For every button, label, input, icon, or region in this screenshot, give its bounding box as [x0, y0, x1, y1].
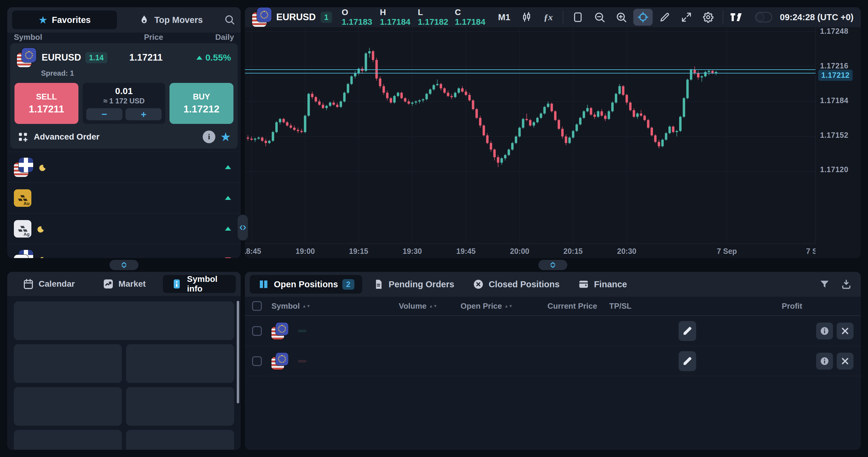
watchlist-panel: ★ Favorites Top Movers Symbol Price Dail… — [7, 7, 241, 258]
tab-top-movers[interactable]: Top Movers — [119, 10, 221, 29]
volume-decrease-button[interactable]: − — [86, 108, 122, 120]
fx-icon[interactable]: ƒx — [539, 9, 558, 26]
info-card — [14, 387, 122, 426]
sort-icon[interactable]: ▲▼ — [302, 305, 311, 307]
info-card — [126, 344, 234, 383]
col-price: Price — [109, 33, 163, 42]
search-icon[interactable] — [224, 14, 236, 26]
theme-toggle[interactable] — [755, 12, 772, 22]
time-tick: 19:30 — [403, 247, 422, 256]
panel-resize-handle-horizontal[interactable] — [238, 215, 248, 240]
tab-calendar[interactable]: Calendar — [12, 275, 85, 293]
advanced-order-label[interactable]: Advanced Order — [34, 132, 198, 142]
chart-symbol[interactable]: EURUSD — [276, 12, 316, 23]
frame-icon[interactable] — [568, 9, 588, 26]
watchlist-expanded-symbol[interactable]: EURUSD 1.14 1.17211 0.55% Spread: 1 SELL… — [10, 43, 238, 149]
zoom-out-icon[interactable] — [590, 9, 609, 26]
volume-value[interactable]: 0.01 — [115, 86, 133, 96]
watchlist-row-GBPJPY[interactable] — [7, 244, 241, 258]
symbol-daily-change: 0.55% — [162, 53, 231, 63]
select-all-checkbox[interactable] — [252, 301, 262, 311]
close-position-button[interactable] — [837, 323, 854, 339]
arrow-up-icon — [196, 56, 203, 60]
chart-resize-handle[interactable] — [538, 260, 567, 270]
moon-icon — [39, 256, 46, 258]
info-icon[interactable]: i — [203, 131, 215, 143]
edit-tpsl-button[interactable] — [679, 351, 696, 371]
price-tick: 1.17120 — [820, 165, 848, 174]
ohlc-L: L 1.17182 — [418, 7, 451, 27]
filter-icon[interactable] — [815, 276, 834, 293]
positions-table-header: Symbol▲▼ Volume▲▼ Open Price▲▼ Current P… — [245, 297, 861, 316]
symbol-badge: 1.14 — [85, 52, 107, 63]
buy-button[interactable]: BUY 1.17212 — [169, 83, 234, 124]
symbol-info-cards — [7, 296, 241, 450]
position-row-sell[interactable] — [245, 346, 861, 376]
tab-symbol-info[interactable]: Symbol info — [163, 275, 236, 293]
tab-finance[interactable]: Finance — [570, 275, 635, 294]
row-subtext — [37, 226, 47, 233]
time-tick: 7 Sep — [806, 247, 815, 256]
fullscreen-icon[interactable] — [677, 9, 696, 26]
row-daily-change — [163, 165, 234, 169]
finance-icon — [578, 278, 590, 290]
arrow-up-icon — [225, 165, 231, 169]
watchlist-row-GBPUSD[interactable] — [7, 152, 241, 183]
watchlist-row-XAUUSD[interactable]: Au — [7, 183, 241, 213]
download-icon[interactable] — [837, 276, 856, 293]
price-axis[interactable]: 1.172481.172161.171841.171521.171201.172… — [815, 27, 861, 243]
tradingview-icon[interactable] — [728, 9, 747, 26]
candlestick-plot[interactable] — [245, 27, 815, 243]
market-icon — [102, 278, 114, 290]
info-card — [126, 387, 234, 426]
info-card — [126, 430, 234, 450]
sell-button[interactable]: SELL 1.17211 — [14, 83, 79, 124]
time-tick: 19:45 — [456, 247, 476, 256]
trade-controls: SELL 1.17211 0.01 ≈ 1 172 USD − + BUY 1.… — [14, 83, 234, 124]
close-position-button[interactable] — [837, 353, 854, 369]
arrow-down-icon — [225, 257, 231, 258]
time-tick: 19:00 — [296, 247, 315, 256]
position-info-button[interactable] — [816, 323, 833, 339]
zoom-in-icon[interactable] — [612, 9, 631, 26]
crosshair-icon[interactable] — [633, 9, 653, 26]
candles-icon[interactable] — [517, 9, 536, 26]
tab-open-positions[interactable]: Open Positions 2 — [250, 275, 362, 294]
time-axis[interactable]: 18:4519:0019:1519:3019:4520:0020:1520:30… — [245, 243, 815, 258]
sort-icon[interactable]: ▲▼ — [504, 305, 513, 307]
col-symbol: Symbol — [14, 33, 109, 42]
tab-favorites[interactable]: ★ Favorites — [12, 10, 117, 29]
tab-pending-orders[interactable]: Pending Orders — [365, 275, 462, 294]
chart-body[interactable]: 1.172481.172161.171841.171521.171201.172… — [245, 27, 861, 258]
symbol-info-icon — [171, 278, 183, 290]
pencil-icon[interactable] — [655, 9, 674, 26]
side-badge — [298, 330, 306, 332]
time-tick: 20:30 — [617, 247, 637, 256]
timeframe-button[interactable]: M1 — [494, 12, 515, 22]
gear-icon[interactable] — [699, 9, 718, 26]
row-subtext — [39, 164, 49, 172]
row-checkbox[interactable] — [252, 356, 262, 366]
watchlist-tabs: ★ Favorites Top Movers — [7, 7, 241, 33]
position-info-button[interactable] — [816, 353, 833, 369]
positions-panel: Open Positions 2 Pending Orders Closed P… — [245, 272, 861, 450]
tab-closed-positions[interactable]: Closed Positions — [464, 275, 567, 294]
watchlist-row-XAGUSD[interactable]: Ag — [7, 213, 241, 244]
col-daily: Daily — [163, 33, 234, 42]
watchlist-expand-handle[interactable] — [110, 260, 138, 270]
arrow-up-icon — [225, 227, 231, 231]
favorite-star-icon[interactable]: ★ — [220, 131, 231, 143]
position-row-buy[interactable] — [245, 316, 861, 346]
chart-panel: EURUSD 1 O 1.17183H 1.17184L 1.17182C 1.… — [245, 7, 861, 258]
chart-symbol-badge: 1 — [320, 12, 332, 23]
candlestick-svg[interactable] — [245, 27, 815, 243]
volume-increase-button[interactable]: + — [125, 108, 162, 120]
tab-market[interactable]: Market — [88, 275, 160, 293]
info-card-item — [124, 308, 226, 333]
sort-icon[interactable]: ▲▼ — [429, 305, 437, 307]
ohlc-readout: O 1.17183H 1.17184L 1.17182C 1.17184 — [342, 7, 489, 27]
row-checkbox[interactable] — [252, 326, 262, 336]
last-price-label: 1.17212 — [818, 70, 852, 81]
edit-tpsl-button[interactable] — [679, 321, 696, 341]
scrollbar[interactable] — [237, 301, 239, 403]
